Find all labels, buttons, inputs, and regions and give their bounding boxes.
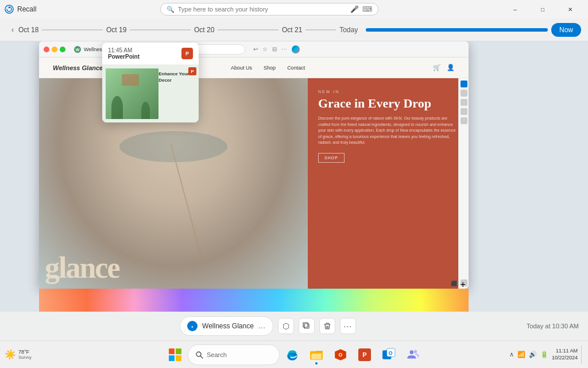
hero-text-right: NEW IN Grace in Every Drop Discover the … — [308, 78, 469, 289]
taskbar-search-label: Search — [207, 351, 227, 358]
nav-shop[interactable]: Shop — [264, 65, 276, 71]
timeline-segment-3 — [218, 29, 278, 30]
site-nav-right: 🛒 👤 — [433, 64, 455, 71]
tab-favicon: e — [187, 321, 198, 331]
timeline-segment-4 — [305, 29, 336, 30]
edge-profile-icon[interactable] — [292, 45, 300, 53]
teams-icon — [406, 348, 420, 362]
windows-logo-icon — [168, 348, 182, 362]
taskbar-app-edge[interactable] — [281, 343, 304, 366]
copy-icon — [303, 322, 311, 330]
minimize-button[interactable]: – — [502, 0, 528, 18]
recall-app-icon — [5, 5, 14, 14]
timeline-segment-today — [366, 28, 548, 32]
system-clock[interactable]: 11:11 AM 10/22/2024 — [552, 348, 578, 361]
history-search-input[interactable] — [178, 6, 347, 13]
svg-point-22 — [414, 350, 417, 352]
browser-settings-icon[interactable]: ⋯ — [281, 46, 287, 52]
hero-text: glance — [45, 253, 119, 283]
edge-sidebar-icon-1[interactable] — [461, 80, 467, 87]
svg-rect-16 — [311, 353, 321, 359]
system-tray: ∧ 📶 🔊 🔋 11:11 AM 10/22/2024 — [509, 346, 583, 364]
timeline-date-oct19[interactable]: Oct 19 — [106, 26, 126, 34]
outlook-icon: O — [382, 348, 396, 362]
timeline-date-oct21[interactable]: Oct 21 — [282, 26, 302, 34]
mic-icon[interactable]: 🎤 — [350, 5, 359, 13]
taskbar-app-powerpoint[interactable]: P — [353, 343, 376, 366]
browser-minimize-dot — [52, 47, 57, 52]
active-tab-pill[interactable]: e Wellness Glance ... — [180, 316, 273, 336]
edge-sidebar-icon-2[interactable] — [461, 90, 467, 97]
new-in-label: NEW IN — [318, 90, 458, 94]
weather-widget[interactable]: ☀️ 78°F Sunny — [5, 349, 39, 360]
weather-info: 78°F Sunny — [18, 349, 32, 360]
network-icon[interactable]: 📶 — [517, 351, 525, 358]
browser-collections-icon[interactable]: ⊟ — [272, 46, 277, 52]
ppt-timestamp: 11:45 AM — [108, 47, 140, 53]
svg-text:O: O — [339, 352, 343, 358]
powerpoint-taskbar-icon: P — [358, 348, 371, 361]
office-icon: O — [334, 348, 347, 362]
copy-button[interactable] — [299, 318, 315, 334]
colorful-gradient-strip — [39, 289, 469, 312]
nav-contact[interactable]: Contact — [287, 65, 305, 71]
timeline-date-oct18[interactable]: Oct 18 — [18, 26, 38, 34]
weather-icon: ☀️ — [5, 349, 16, 360]
edge-sidebar-icon-5[interactable] — [461, 117, 467, 124]
nav-about[interactable]: About Us — [231, 65, 252, 71]
svg-rect-11 — [176, 355, 181, 361]
edge-icon — [285, 348, 299, 362]
powerpoint-icon: P — [181, 48, 193, 59]
taskbar: ☀️ 78°F Sunny — [0, 340, 588, 368]
new-window-button[interactable]: ⬡ — [278, 318, 294, 334]
timeline-back-button[interactable]: ‹ — [7, 24, 18, 36]
capture-timestamp: Today at 10:30 AM — [527, 323, 579, 329]
history-search-bar[interactable]: 🔍 🎤 ⌨ — [160, 3, 378, 16]
volume-icon[interactable]: 🔊 — [529, 351, 537, 358]
timeline-bar: ‹ Oct 18 Oct 19 Oct 20 Oct 21 To — [0, 18, 588, 41]
timeline-segment-2 — [130, 29, 191, 30]
battery-icon[interactable]: 🔋 — [540, 351, 548, 358]
active-indicator — [315, 362, 318, 365]
user-icon[interactable]: 👤 — [447, 64, 455, 71]
svg-point-0 — [5, 5, 13, 13]
timeline-dates: Oct 18 Oct 19 Oct 20 Oct 21 Today Now — [18, 23, 581, 37]
edge-sidebar-icon-3[interactable] — [461, 99, 467, 106]
svg-text:O: O — [389, 350, 393, 356]
hero-body: Discover the pure elegance of nature wit… — [318, 116, 458, 146]
taskbar-apps: Search — [164, 343, 424, 366]
edge-sidebar-icon-4[interactable] — [461, 108, 467, 115]
svg-rect-10 — [169, 355, 175, 361]
taskbar-app-outlook[interactable]: O — [377, 343, 400, 366]
browser-scroll-indicator: ⬛ — [451, 281, 457, 286]
keyboard-icon[interactable]: ⌨ — [362, 5, 372, 13]
ppt-slide-thumbnail: Enhance Your Decor P — [102, 65, 199, 122]
show-desktop-button[interactable] — [581, 346, 583, 364]
now-button[interactable]: Now — [551, 23, 581, 37]
shop-button[interactable]: SHOP — [318, 153, 345, 163]
close-button[interactable]: ✕ — [557, 0, 583, 18]
chevron-left-icon: ‹ — [11, 26, 14, 34]
edge-sidebar: + — [458, 78, 469, 289]
chevron-tray-icon[interactable]: ∧ — [509, 351, 514, 358]
timeline-date-oct20[interactable]: Oct 20 — [194, 26, 214, 34]
taskbar-search-icon — [195, 351, 203, 359]
cart-icon[interactable]: 🛒 — [433, 64, 441, 71]
more-options-button[interactable]: ··· — [340, 318, 356, 334]
browser-refresh-icon[interactable]: ↩ — [253, 46, 258, 52]
site-logo: Wellness Glance — [53, 64, 103, 71]
browser-star-icon[interactable]: ☆ — [262, 46, 268, 52]
svg-text:W: W — [76, 48, 80, 52]
svg-point-21 — [410, 350, 414, 354]
tab-overflow-button[interactable]: ... — [258, 322, 266, 330]
start-button[interactable] — [164, 343, 187, 366]
bottom-bar-center: e Wellness Glance ... ⬡ — [180, 316, 356, 336]
maximize-button[interactable]: □ — [529, 0, 556, 18]
powerpoint-popup[interactable]: 11:45 AM PowerPoint P — [102, 43, 199, 122]
taskbar-search[interactable]: Search — [188, 344, 280, 365]
taskbar-app-explorer[interactable] — [305, 343, 328, 366]
taskbar-app-teams[interactable] — [401, 343, 424, 366]
taskbar-app-office[interactable]: O — [329, 343, 352, 366]
delete-button[interactable] — [319, 318, 335, 334]
ppt-popup-header: 11:45 AM PowerPoint P — [102, 43, 199, 65]
